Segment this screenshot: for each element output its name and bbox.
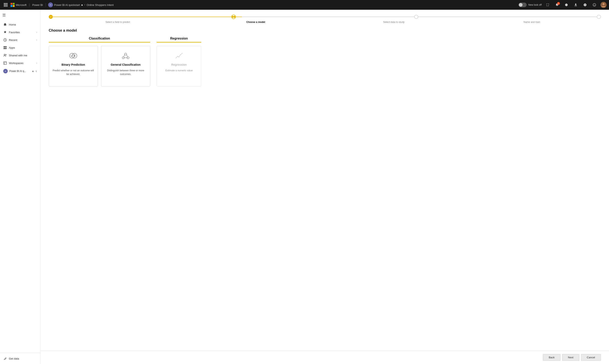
sidebar-item-workspaces[interactable]: Workspaces ›	[0, 59, 40, 67]
breadcrumb-diamond: ◆	[81, 4, 83, 6]
svg-rect-5	[7, 4, 8, 5]
general-classification-desc: Distinguish between three or more outcom…	[105, 69, 147, 76]
categories-row: Classification	[49, 37, 601, 86]
general-classification-icon	[121, 51, 130, 61]
general-classification-title: General Classification	[111, 63, 140, 66]
bottom-bar: Back Next Cancel	[41, 351, 609, 364]
microsoft-logo: Microsoft | Power BI	[11, 3, 46, 7]
regression-model-title: Regression	[171, 63, 187, 66]
step-dot-1: ✓	[49, 15, 53, 19]
svg-point-27	[180, 54, 181, 55]
svg-rect-13	[4, 46, 5, 47]
help-icon[interactable]	[582, 2, 588, 8]
sidebar: ☰ Home Favorites › Recent ›	[0, 10, 41, 364]
sidebar-bottom: Get data	[0, 353, 40, 364]
sidebar-item-apps[interactable]: Apps	[0, 44, 40, 52]
svg-rect-2	[7, 3, 8, 4]
next-button[interactable]: Next	[562, 354, 579, 361]
top-nav-right: New look off 1	[518, 2, 607, 8]
breadcrumb-workspace[interactable]: Power BI AI quickstart	[54, 3, 80, 6]
svg-point-22	[125, 53, 127, 55]
model-card-binary[interactable]: Binary Prediction Predict whether or not…	[49, 46, 98, 86]
favorites-chevron-icon: ›	[36, 31, 37, 33]
favorites-icon	[3, 30, 7, 34]
recent-icon	[3, 38, 7, 42]
main-layout: ☰ Home Favorites › Recent ›	[0, 10, 609, 364]
settings-icon[interactable]	[563, 2, 570, 8]
svg-rect-19	[4, 62, 6, 65]
model-card-general[interactable]: General Classification Distinguish betwe…	[101, 46, 150, 86]
sidebar-item-recent[interactable]: Recent ›	[0, 36, 40, 44]
content-area: ✓ Select a field to predict Choose a mod…	[41, 10, 609, 364]
page-title: Choose a model	[49, 28, 601, 33]
classification-title: Classification	[49, 37, 150, 43]
sidebar-item-get-data[interactable]: Get data	[0, 355, 40, 362]
waffle-menu-icon[interactable]	[2, 2, 9, 8]
app-name-label: Power BI	[32, 3, 43, 6]
classification-section: Classification	[49, 37, 150, 86]
top-navigation: Microsoft | Power BI AI Power BI AI quic…	[0, 0, 609, 10]
sidebar-item-favorites[interactable]: Favorites ›	[0, 28, 40, 36]
user-avatar[interactable]	[600, 2, 607, 8]
svg-point-9	[593, 3, 596, 6]
workspace-diamond-icon: ◆	[32, 70, 34, 73]
model-card-regression: Regression Estimate a numeric value	[157, 46, 201, 86]
binary-prediction-desc: Predict whether or not an outcome will b…	[52, 69, 94, 76]
sidebar-item-shared[interactable]: Shared with me	[0, 52, 40, 59]
notification-badge: 1	[557, 2, 560, 5]
workspace-chevron-icon: ∨	[35, 70, 37, 73]
sidebar-label-home: Home	[9, 23, 37, 26]
expand-icon[interactable]	[544, 2, 551, 8]
microsoft-label: Microsoft	[16, 3, 27, 6]
breadcrumb-page: Online Shoppers Intent	[87, 3, 114, 6]
sidebar-label-apps: Apps	[9, 46, 37, 49]
sidebar-label-favorites: Favorites	[9, 31, 34, 34]
toggle-switch[interactable]	[518, 3, 526, 7]
download-icon[interactable]	[572, 2, 579, 8]
shared-icon	[3, 53, 7, 57]
steps-labels: Select a field to predict Choose a model…	[49, 21, 601, 24]
binary-prediction-title: Binary Prediction	[61, 63, 85, 66]
regression-cards-row: Regression Estimate a numeric value	[157, 46, 201, 86]
step-label-1: Select a field to predict	[49, 21, 187, 24]
regression-model-desc: Estimate a numeric value	[166, 69, 193, 72]
sidebar-workspace-item[interactable]: AI Power BI AI q... ◆ ∨	[0, 67, 40, 75]
cancel-button[interactable]: Cancel	[581, 354, 601, 361]
workspaces-chevron-icon: ›	[36, 62, 37, 64]
svg-point-32	[181, 54, 182, 54]
feedback-icon[interactable]	[591, 2, 598, 8]
regression-title: Regression	[157, 37, 201, 43]
svg-rect-14	[5, 46, 6, 47]
wizard-steps: ✓ Select a field to predict Choose a mod…	[41, 10, 609, 27]
sidebar-label-recent: Recent	[9, 39, 34, 41]
binary-prediction-icon	[68, 51, 78, 61]
notifications-icon[interactable]: 1	[554, 2, 560, 8]
classification-cards-row: Binary Prediction Predict whether or not…	[49, 46, 150, 86]
regression-icon	[174, 51, 184, 61]
svg-point-18	[6, 54, 6, 55]
back-button[interactable]: Back	[543, 354, 560, 361]
workspace-avatar: AI	[3, 69, 8, 73]
workspaces-icon	[3, 61, 7, 65]
svg-rect-15	[4, 48, 5, 49]
steps-line: ✓	[49, 14, 601, 19]
step-label-3: Select data to study	[325, 21, 463, 24]
get-data-icon	[3, 357, 7, 360]
sidebar-item-home[interactable]: Home	[0, 21, 40, 28]
step-dot-3	[414, 15, 418, 19]
sidebar-toggle-icon[interactable]: ☰	[0, 10, 40, 21]
breadcrumb: AI Power BI AI quickstart ◆ > Online Sho…	[48, 2, 114, 7]
new-look-label: New look off	[528, 3, 542, 6]
sidebar-label-workspaces: Workspaces	[9, 62, 34, 65]
svg-rect-4	[5, 4, 6, 5]
step-dot-4	[597, 15, 601, 19]
svg-rect-0	[4, 3, 5, 4]
home-icon	[3, 23, 7, 26]
regression-section: Regression	[157, 37, 201, 86]
svg-rect-1	[5, 3, 6, 4]
sidebar-label-shared: Shared with me	[9, 54, 37, 57]
new-look-toggle[interactable]: New look off	[518, 3, 542, 7]
svg-point-17	[4, 54, 5, 55]
svg-rect-6	[4, 6, 5, 7]
svg-point-26	[179, 57, 180, 57]
